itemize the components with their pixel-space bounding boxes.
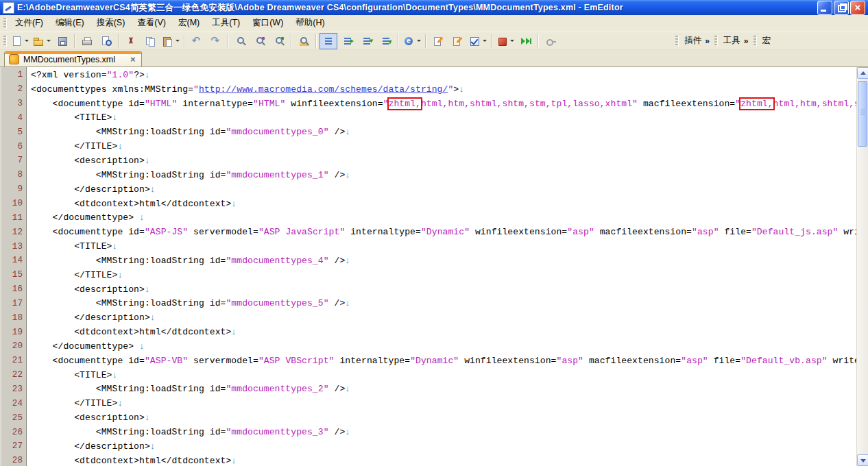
code-line[interactable]: 8 <MMString:loadString id="mmdocumenttyp… [0,168,856,182]
code-line[interactable]: 19 <dtdcontext>html</dtdcontext>↓ [0,325,856,339]
code-line[interactable]: 10 <dtdcontext>html</dtdcontext>↓ [0,197,856,211]
line-number[interactable]: 28 [0,456,27,465]
code-text[interactable]: <?xml version="1.0"?>↓ [27,70,150,80]
print-preview-button[interactable] [97,33,115,49]
code-text[interactable]: <MMString:loadString id="mmdocumenttypes… [27,384,350,394]
line-number[interactable]: 3 [0,99,27,108]
stub-grip-handle[interactable] [714,36,718,47]
code-line[interactable]: 6 </TITLE>↓ [0,139,856,154]
stub-grip-handle[interactable] [675,36,679,47]
code-line[interactable]: 16 <description>↓ [0,282,856,297]
menu-item-3[interactable]: 搜索(S) [91,15,132,32]
code-text[interactable]: <TITLE>↓ [27,241,117,252]
find-previous-button[interactable] [270,33,288,49]
code-line[interactable]: 4 <TITLE>↓ [0,111,856,125]
code-text[interactable]: <MMString:loadString id="mmdocumenttypes… [27,127,350,137]
line-number[interactable]: 6 [0,142,27,151]
scroll-up-button[interactable] [857,67,868,79]
url-link[interactable]: http://www.macromedia.com/schemes/data/s… [199,84,448,95]
toolbar-stub-2[interactable]: 工具» [712,35,749,47]
code-text[interactable]: <documenttype id="HTML" internaltype="HT… [27,99,856,109]
vertical-scrollbar[interactable] [856,67,868,466]
chevron-more-icon[interactable]: » [744,36,749,46]
dropdown-arrow-icon[interactable] [483,40,487,42]
code-text[interactable]: <TITLE>↓ [27,112,117,123]
code-text[interactable]: <documenttype id="ASP-JS" servermodel="A… [27,227,856,237]
code-text[interactable]: <dtdcontext>html</dtdcontext>↓ [27,456,237,466]
code-line[interactable]: 13 <TITLE>↓ [0,239,856,254]
toolbar-stub-1[interactable]: 插件» [673,35,710,47]
scroll-down-button[interactable] [857,454,868,466]
code-text[interactable]: <documenttypes xmlns:MMString="http://ww… [27,84,464,95]
line-number[interactable]: 14 [0,256,27,265]
menu-item-4[interactable]: 查看(V) [131,15,172,32]
scrollbar-thumb[interactable] [858,81,867,147]
line-number[interactable]: 2 [0,84,27,94]
code-line[interactable]: 25 <description>↓ [0,410,856,425]
line-number[interactable]: 22 [0,370,27,380]
line-number[interactable]: 19 [0,328,27,337]
code-text[interactable]: <MMString:loadString id="mmdocumenttypes… [27,256,350,266]
code-line[interactable]: 26 <MMString:loadString id="mmdocumentty… [0,425,856,439]
menu-item-5[interactable]: 宏(M) [172,15,206,32]
wrap-by-characters-button[interactable] [339,33,357,49]
find-in-files-button[interactable] [295,33,313,49]
emeditor-app-icon[interactable] [3,2,14,14]
code-line[interactable]: 3 <documenttype id="HTML" internaltype="… [0,97,856,111]
dropdown-arrow-icon[interactable] [25,40,29,42]
minimize-button[interactable] [817,1,832,15]
menu-item-6[interactable]: 工具(T) [206,15,246,32]
play-macro-button[interactable] [517,33,535,49]
line-number[interactable]: 5 [0,127,27,137]
line-number[interactable]: 23 [0,384,27,394]
wrap-by-window-button[interactable] [358,33,376,49]
stub-grip-handle[interactable] [754,36,757,47]
code-text[interactable]: <dtdcontext>html</dtdcontext>↓ [27,327,237,337]
dropdown-arrow-icon[interactable] [176,40,180,42]
line-number[interactable]: 20 [0,341,27,351]
cut-button[interactable] [122,33,140,49]
code-editor[interactable]: 1<?xml version="1.0"?>↓2<documenttypes x… [0,67,868,466]
code-text[interactable]: <dtdcontext>html</dtdcontext>↓ [27,199,237,209]
code-text[interactable]: <documenttype id="ASP-VB" servermodel="A… [27,356,856,366]
code-text[interactable]: </description>↓ [27,441,156,452]
wrap-none-button[interactable] [320,33,337,49]
code-text[interactable]: <MMString:loadString id="mmdocumenttypes… [27,170,350,180]
code-line[interactable]: 7 <description>↓ [0,154,856,168]
toolbar-grip-handle[interactable] [3,36,7,47]
document-tab[interactable]: MMDocumentTypes.xml× [4,51,142,66]
dropdown-arrow-icon[interactable] [47,40,51,42]
code-text[interactable]: </description>↓ [27,184,156,195]
code-line[interactable]: 23 <MMString:loadString id="mmdocumentty… [0,382,856,397]
code-line[interactable]: 2<documenttypes xmlns:MMString="http://w… [0,82,856,97]
line-number[interactable]: 24 [0,399,27,408]
dropdown-arrow-icon[interactable] [510,40,514,42]
redo-button[interactable] [207,33,225,49]
code-line[interactable]: 5 <MMString:loadString id="mmdocumenttyp… [0,125,856,139]
dropdown-arrow-icon[interactable] [417,40,421,42]
compare-button[interactable] [429,33,447,49]
code-line[interactable]: 17 <MMString:loadString id="mmdocumentty… [0,297,856,311]
line-number[interactable]: 25 [0,413,27,423]
code-line[interactable]: 28 <dtdcontext>html</dtdcontext>↓ [0,454,856,466]
code-line[interactable]: 12 <documenttype id="ASP-JS" servermodel… [0,225,856,239]
wrap-by-page-button[interactable] [377,33,395,49]
code-line[interactable]: 1<?xml version="1.0"?>↓ [0,68,856,82]
toolbar-stub-3[interactable]: 宏 [751,35,771,47]
menu-item-7[interactable]: 窗口(W) [246,15,289,32]
menu-item-1[interactable]: 文件(F) [9,15,49,32]
validate-button[interactable] [468,33,488,49]
code-text[interactable]: </TITLE>↓ [27,141,123,151]
line-number[interactable]: 26 [0,428,27,437]
line-number[interactable]: 12 [0,228,27,237]
line-number[interactable]: 16 [0,284,27,294]
code-text[interactable]: <description>↓ [27,284,150,295]
code-text[interactable]: </TITLE>↓ [27,398,123,408]
code-text[interactable]: </documenttype> ↓ [27,212,145,223]
line-number[interactable]: 17 [0,299,27,308]
code-line[interactable]: 24 </TITLE>↓ [0,396,856,410]
line-number[interactable]: 7 [0,156,27,165]
code-line[interactable]: 14 <MMString:loadString id="mmdocumentty… [0,254,856,268]
snippets-button[interactable] [448,33,466,49]
open-file-button[interactable] [32,33,52,49]
